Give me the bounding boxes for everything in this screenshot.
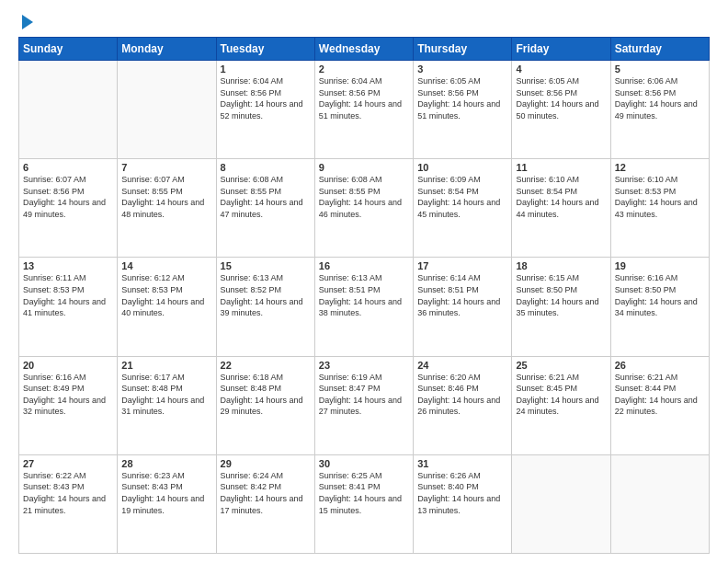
week-row-1: 1Sunrise: 6:04 AM Sunset: 8:56 PM Daylig… <box>19 61 710 159</box>
day-info: Sunrise: 6:16 AM Sunset: 8:50 PM Dayligh… <box>615 272 705 318</box>
day-number: 14 <box>121 260 211 271</box>
day-info: Sunrise: 6:24 AM Sunset: 8:42 PM Dayligh… <box>221 470 311 516</box>
weekday-header-friday: Friday <box>512 38 610 61</box>
day-number: 8 <box>221 162 311 173</box>
week-row-3: 13Sunrise: 6:11 AM Sunset: 8:53 PM Dayli… <box>19 258 710 356</box>
day-number: 27 <box>23 458 113 469</box>
day-info: Sunrise: 6:07 AM Sunset: 8:55 PM Dayligh… <box>121 174 211 220</box>
day-number: 28 <box>121 458 211 469</box>
day-info: Sunrise: 6:10 AM Sunset: 8:54 PM Dayligh… <box>516 174 606 220</box>
logo-arrow-icon <box>22 15 33 29</box>
day-info: Sunrise: 6:12 AM Sunset: 8:53 PM Dayligh… <box>121 272 211 318</box>
day-cell: 26Sunrise: 6:21 AM Sunset: 8:44 PM Dayli… <box>610 356 709 454</box>
day-cell: 10Sunrise: 6:09 AM Sunset: 8:54 PM Dayli… <box>414 159 512 258</box>
weekday-header-tuesday: Tuesday <box>216 38 314 61</box>
day-number: 18 <box>516 260 606 271</box>
day-info: Sunrise: 6:19 AM Sunset: 8:47 PM Dayligh… <box>319 372 409 418</box>
day-info: Sunrise: 6:20 AM Sunset: 8:46 PM Dayligh… <box>417 372 507 418</box>
day-info: Sunrise: 6:23 AM Sunset: 8:43 PM Dayligh… <box>121 470 211 516</box>
page: SundayMondayTuesdayWednesdayThursdayFrid… <box>0 0 728 563</box>
weekday-header-wednesday: Wednesday <box>314 38 413 61</box>
header <box>18 17 710 29</box>
day-info: Sunrise: 6:18 AM Sunset: 8:48 PM Dayligh… <box>221 372 311 418</box>
day-info: Sunrise: 6:21 AM Sunset: 8:44 PM Dayligh… <box>615 372 705 418</box>
day-cell: 17Sunrise: 6:14 AM Sunset: 8:51 PM Dayli… <box>414 258 512 356</box>
day-info: Sunrise: 6:21 AM Sunset: 8:45 PM Dayligh… <box>516 372 606 418</box>
day-cell: 22Sunrise: 6:18 AM Sunset: 8:48 PM Dayli… <box>216 356 314 454</box>
day-number: 20 <box>23 360 113 371</box>
day-cell: 14Sunrise: 6:12 AM Sunset: 8:53 PM Dayli… <box>118 258 216 356</box>
day-number: 12 <box>615 162 705 173</box>
day-cell <box>118 61 216 159</box>
day-info: Sunrise: 6:26 AM Sunset: 8:40 PM Dayligh… <box>417 470 507 516</box>
day-info: Sunrise: 6:10 AM Sunset: 8:53 PM Dayligh… <box>615 174 705 220</box>
day-number: 2 <box>319 63 409 75</box>
day-number: 10 <box>417 162 507 173</box>
day-number: 31 <box>417 458 507 469</box>
day-number: 9 <box>319 162 409 173</box>
calendar-table: SundayMondayTuesdayWednesdayThursdayFrid… <box>18 37 710 554</box>
day-info: Sunrise: 6:17 AM Sunset: 8:48 PM Dayligh… <box>121 372 211 418</box>
day-cell: 21Sunrise: 6:17 AM Sunset: 8:48 PM Dayli… <box>118 356 216 454</box>
day-cell: 7Sunrise: 6:07 AM Sunset: 8:55 PM Daylig… <box>118 159 216 258</box>
day-info: Sunrise: 6:08 AM Sunset: 8:55 PM Dayligh… <box>319 174 409 220</box>
day-info: Sunrise: 6:13 AM Sunset: 8:51 PM Dayligh… <box>319 272 409 318</box>
day-cell: 1Sunrise: 6:04 AM Sunset: 8:56 PM Daylig… <box>216 61 314 159</box>
weekday-header-row: SundayMondayTuesdayWednesdayThursdayFrid… <box>19 38 710 61</box>
day-number: 7 <box>121 162 211 173</box>
day-number: 25 <box>516 360 606 371</box>
day-info: Sunrise: 6:07 AM Sunset: 8:56 PM Dayligh… <box>23 174 113 220</box>
day-number: 19 <box>615 260 705 271</box>
day-info: Sunrise: 6:16 AM Sunset: 8:49 PM Dayligh… <box>23 372 113 418</box>
day-info: Sunrise: 6:15 AM Sunset: 8:50 PM Dayligh… <box>516 272 606 318</box>
day-cell: 4Sunrise: 6:05 AM Sunset: 8:56 PM Daylig… <box>512 61 610 159</box>
day-number: 29 <box>221 458 311 469</box>
day-cell: 29Sunrise: 6:24 AM Sunset: 8:42 PM Dayli… <box>216 454 314 553</box>
day-cell <box>19 61 118 159</box>
day-cell <box>512 454 610 553</box>
day-number: 3 <box>417 63 507 75</box>
day-cell: 2Sunrise: 6:04 AM Sunset: 8:56 PM Daylig… <box>314 61 413 159</box>
day-cell: 19Sunrise: 6:16 AM Sunset: 8:50 PM Dayli… <box>610 258 709 356</box>
day-cell: 16Sunrise: 6:13 AM Sunset: 8:51 PM Dayli… <box>314 258 413 356</box>
day-cell: 5Sunrise: 6:06 AM Sunset: 8:56 PM Daylig… <box>610 61 709 159</box>
day-cell: 12Sunrise: 6:10 AM Sunset: 8:53 PM Dayli… <box>610 159 709 258</box>
day-number: 4 <box>516 63 606 75</box>
day-info: Sunrise: 6:14 AM Sunset: 8:51 PM Dayligh… <box>417 272 507 318</box>
day-cell: 25Sunrise: 6:21 AM Sunset: 8:45 PM Dayli… <box>512 356 610 454</box>
day-number: 5 <box>615 63 705 75</box>
day-info: Sunrise: 6:08 AM Sunset: 8:55 PM Dayligh… <box>221 174 311 220</box>
day-info: Sunrise: 6:06 AM Sunset: 8:56 PM Dayligh… <box>615 75 705 121</box>
day-cell <box>610 454 709 553</box>
day-cell: 13Sunrise: 6:11 AM Sunset: 8:53 PM Dayli… <box>19 258 118 356</box>
day-cell: 23Sunrise: 6:19 AM Sunset: 8:47 PM Dayli… <box>314 356 413 454</box>
weekday-header-thursday: Thursday <box>414 38 512 61</box>
day-info: Sunrise: 6:09 AM Sunset: 8:54 PM Dayligh… <box>417 174 507 220</box>
day-number: 1 <box>221 63 311 75</box>
day-cell: 8Sunrise: 6:08 AM Sunset: 8:55 PM Daylig… <box>216 159 314 258</box>
day-cell: 20Sunrise: 6:16 AM Sunset: 8:49 PM Dayli… <box>19 356 118 454</box>
day-cell: 3Sunrise: 6:05 AM Sunset: 8:56 PM Daylig… <box>414 61 512 159</box>
day-number: 26 <box>615 360 705 371</box>
day-number: 15 <box>221 260 311 271</box>
logo <box>18 17 33 29</box>
day-info: Sunrise: 6:04 AM Sunset: 8:56 PM Dayligh… <box>221 75 311 121</box>
day-cell: 30Sunrise: 6:25 AM Sunset: 8:41 PM Dayli… <box>314 454 413 553</box>
day-cell: 24Sunrise: 6:20 AM Sunset: 8:46 PM Dayli… <box>414 356 512 454</box>
day-info: Sunrise: 6:22 AM Sunset: 8:43 PM Dayligh… <box>23 470 113 516</box>
day-number: 16 <box>319 260 409 271</box>
day-cell: 31Sunrise: 6:26 AM Sunset: 8:40 PM Dayli… <box>414 454 512 553</box>
day-info: Sunrise: 6:05 AM Sunset: 8:56 PM Dayligh… <box>516 75 606 121</box>
day-cell: 6Sunrise: 6:07 AM Sunset: 8:56 PM Daylig… <box>19 159 118 258</box>
day-number: 11 <box>516 162 606 173</box>
day-info: Sunrise: 6:05 AM Sunset: 8:56 PM Dayligh… <box>417 75 507 121</box>
day-number: 17 <box>417 260 507 271</box>
day-number: 23 <box>319 360 409 371</box>
week-row-4: 20Sunrise: 6:16 AM Sunset: 8:49 PM Dayli… <box>19 356 710 454</box>
week-row-5: 27Sunrise: 6:22 AM Sunset: 8:43 PM Dayli… <box>19 454 710 553</box>
day-cell: 18Sunrise: 6:15 AM Sunset: 8:50 PM Dayli… <box>512 258 610 356</box>
day-info: Sunrise: 6:25 AM Sunset: 8:41 PM Dayligh… <box>319 470 409 516</box>
day-cell: 27Sunrise: 6:22 AM Sunset: 8:43 PM Dayli… <box>19 454 118 553</box>
day-info: Sunrise: 6:11 AM Sunset: 8:53 PM Dayligh… <box>23 272 113 318</box>
weekday-header-sunday: Sunday <box>19 38 118 61</box>
